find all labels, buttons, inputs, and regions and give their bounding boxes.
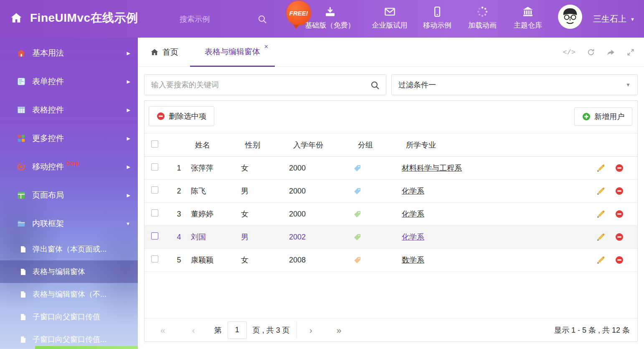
row-check-cell [145, 255, 170, 265]
first-page-icon[interactable]: « [160, 325, 165, 335]
sidebar-subitem-child-to-parent[interactable]: 子窗口向父窗口传值 [0, 306, 138, 328]
chevron-right-icon: ▶ [127, 79, 130, 84]
cell-name: 张萍萍 [188, 163, 238, 173]
column-header-year[interactable]: 入学年份 [287, 140, 351, 150]
app-home-icon[interactable] [10, 12, 23, 24]
delete-row-icon[interactable] [615, 233, 624, 241]
edit-pencil-icon[interactable] [596, 210, 605, 219]
nav-item-enterprise-trial[interactable]: 企业版试用 [372, 6, 408, 30]
table-row[interactable]: 5 康颖颖 女 2008 数学系 [145, 249, 637, 272]
sidebar-item-iframe[interactable]: 内联框架 ▼ [0, 209, 138, 238]
sidebar-item-form-controls[interactable]: 表单控件 ▶ [0, 67, 138, 96]
pager-divider [297, 322, 297, 339]
sidebar-subitem-grid-edit-window[interactable]: 表格与编辑窗体 [0, 260, 138, 283]
last-page-icon[interactable]: » [337, 325, 342, 335]
delete-selected-label: 删除选中项 [169, 111, 206, 121]
sidebar-item-grid-controls[interactable]: 表格控件 ▶ [0, 96, 138, 124]
delete-selected-button[interactable]: 删除选中项 [149, 106, 214, 126]
sidebar-subitem-label: 弹出窗体（本页面或... [33, 244, 106, 254]
column-header-name[interactable]: 姓名 [188, 140, 238, 150]
user-menu[interactable]: 三生石上 ▼ [593, 13, 635, 25]
major-link[interactable]: 化学系 [402, 187, 424, 195]
sidebar-subitem-label: 表格与编辑窗体 [33, 267, 85, 277]
keyword-search-input[interactable] [145, 75, 386, 95]
filter-dropdown-value: 过滤条件一 [398, 80, 436, 90]
delete-row-icon[interactable] [615, 256, 624, 264]
sidebar-item-basic-usage[interactable]: 基本用法 ▶ [0, 39, 138, 67]
next-page-icon[interactable]: › [309, 325, 312, 335]
tab-grid-edit-window[interactable]: 表格与编辑窗体 × [190, 38, 275, 67]
row-checkbox[interactable] [151, 232, 158, 239]
sidebar-subitem-label: 子窗口向父窗口传值 [33, 312, 100, 322]
share-icon[interactable] [606, 48, 615, 57]
table-row[interactable]: 2 陈飞 男 2000 化学系 [145, 180, 637, 203]
sidebar-subitem-label: 子窗口向父窗口传值... [33, 334, 106, 344]
search-icon[interactable] [257, 14, 267, 24]
cell-name: 陈飞 [188, 186, 238, 196]
filter-dropdown[interactable]: 过滤条件一 ▼ [391, 74, 638, 95]
major-link[interactable]: 化学系 [402, 210, 424, 218]
chevron-right-icon: ▶ [127, 193, 130, 198]
edit-pencil-icon[interactable] [596, 233, 605, 242]
row-number: 2 [170, 187, 188, 196]
column-header-group[interactable]: 分组 [351, 140, 399, 150]
cell-group [351, 257, 399, 264]
edit-pencil-icon[interactable] [596, 164, 605, 173]
table-row[interactable]: 4 刘国 男 2002 化学系 [145, 226, 637, 249]
sidebar-subitem-grid-edit-window-2[interactable]: 表格与编辑窗体（不... [0, 283, 138, 306]
refresh-icon[interactable] [587, 48, 595, 56]
table-row[interactable]: 1 张萍萍 女 2000 材料科学与工程系 [145, 157, 637, 180]
edit-pencil-icon[interactable] [596, 256, 605, 265]
avatar[interactable] [558, 5, 582, 29]
sidebar-subitem-child-to-parent-2[interactable]: 子窗口向父窗口传值... [0, 328, 138, 349]
mobile-icon [431, 6, 443, 18]
sidebar-subitem-popup-window[interactable]: 弹出窗体（本页面或... [0, 238, 138, 260]
row-checkbox[interactable] [151, 255, 158, 262]
cell-major: 材料科学与工程系 [399, 163, 591, 173]
tab-home[interactable]: 首页 [150, 38, 178, 67]
nav-label: 主题仓库 [514, 20, 542, 30]
sidebar: 基本用法 ▶ 表单控件 ▶ 表格控件 ▶ 更多控件 ▶ 移动控件 Corp. ▶ [0, 38, 138, 349]
cell-group [351, 234, 399, 241]
major-link[interactable]: 化学系 [402, 233, 424, 241]
cell-group [351, 165, 399, 172]
search-icon[interactable] [370, 80, 380, 90]
layout-icon [17, 191, 26, 200]
code-icon[interactable]: </> [563, 48, 576, 56]
row-check-cell [145, 209, 170, 219]
row-number: 3 [170, 210, 188, 219]
folder-icon [17, 219, 26, 228]
cell-gender: 女 [238, 255, 287, 265]
sidebar-item-more-controls[interactable]: 更多控件 ▶ [0, 124, 138, 153]
cell-year: 2000 [287, 210, 351, 219]
row-checkbox[interactable] [151, 209, 158, 217]
nav-item-theme-store[interactable]: 主题仓库 [514, 6, 542, 30]
major-link[interactable]: 数学系 [402, 256, 424, 264]
table-row[interactable]: 3 董婷婷 女 2000 化学系 [145, 203, 637, 226]
major-link[interactable]: 材料科学与工程系 [402, 164, 462, 172]
add-user-button[interactable]: 新增用户 [574, 107, 632, 126]
delete-row-icon[interactable] [615, 164, 624, 172]
edit-pencil-icon[interactable] [596, 187, 605, 196]
nav-item-basic-free[interactable]: 基础版（免费） [305, 6, 355, 30]
expand-icon[interactable] [626, 48, 635, 56]
page-number-input[interactable] [228, 321, 247, 339]
bank-icon [522, 6, 534, 18]
row-checkbox[interactable] [151, 186, 158, 194]
column-header-major[interactable]: 所学专业 [399, 140, 591, 150]
select-all-checkbox[interactable] [151, 140, 158, 148]
header-search-input[interactable] [180, 11, 251, 28]
nav-item-loading-animation[interactable]: 加载动画 [468, 6, 497, 30]
header-search [180, 11, 267, 28]
row-checkbox[interactable] [151, 163, 158, 171]
nav-item-mobile-demo[interactable]: 移动示例 [423, 6, 451, 30]
cell-name: 康颖颖 [188, 255, 238, 265]
prev-page-icon[interactable]: ‹ [192, 325, 195, 335]
sidebar-item-mobile-controls[interactable]: 移动控件 Corp. ▶ [0, 153, 138, 181]
column-header-gender[interactable]: 性别 [238, 140, 287, 150]
delete-row-icon[interactable] [615, 210, 624, 218]
sidebar-item-label: 基本用法 [32, 48, 64, 59]
delete-row-icon[interactable] [615, 187, 624, 195]
close-icon[interactable]: × [264, 43, 268, 50]
sidebar-item-page-layout[interactable]: 页面布局 ▶ [0, 181, 138, 209]
